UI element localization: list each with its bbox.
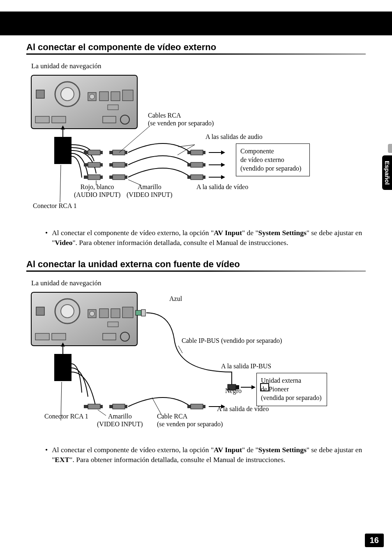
- header-black-banner: [0, 12, 392, 35]
- svg-rect-14: [54, 137, 71, 164]
- svg-rect-82: [113, 404, 125, 409]
- svg-rect-59: [35, 333, 49, 340]
- svg-rect-36: [203, 151, 205, 154]
- svg-rect-39: [187, 163, 191, 166]
- svg-point-9: [90, 94, 95, 99]
- svg-rect-79: [88, 404, 100, 409]
- svg-marker-43: [221, 163, 225, 167]
- label-rca-connector-2: Conector RCA 1: [44, 412, 88, 420]
- svg-rect-10: [99, 92, 108, 101]
- svg-rect-35: [191, 150, 203, 155]
- section2-note: • Al conectar el componente de vídeo ext…: [45, 445, 366, 465]
- svg-rect-21: [84, 163, 88, 166]
- svg-rect-17: [100, 151, 103, 154]
- section2-heading: Al conectar la unidad externa con fuente…: [26, 259, 366, 272]
- svg-marker-38: [221, 150, 225, 155]
- language-side-tab: Español: [382, 155, 392, 190]
- svg-line-52: [60, 165, 61, 202]
- svg-rect-40: [191, 162, 203, 167]
- svg-rect-76: [54, 354, 71, 381]
- svg-rect-58: [36, 307, 44, 315]
- svg-rect-13: [108, 105, 118, 110]
- label-yellow-2: Amarillo (VIDEO INPUT): [97, 412, 143, 428]
- svg-rect-69: [136, 310, 141, 315]
- label-yellow-1: Amarillo (VIDEO INPUT): [127, 183, 173, 199]
- svg-line-49: [119, 126, 150, 153]
- svg-rect-81: [109, 405, 113, 408]
- label-ipbus-cable: Cable IP-BUS (vendido por separado): [182, 337, 282, 344]
- svg-rect-31: [109, 176, 113, 179]
- svg-rect-29: [113, 162, 125, 167]
- nav-unit-label-2: La unidad de navegación: [31, 279, 366, 287]
- label-video-output-1: A la salida de vídeo: [196, 183, 248, 191]
- svg-rect-44: [187, 176, 191, 179]
- svg-rect-28: [109, 163, 113, 166]
- svg-rect-16: [88, 150, 100, 155]
- label-rca-connector-1: Conector RCA 1: [33, 202, 77, 210]
- label-rca-cable-2: Cable RCA (se venden por separado): [157, 412, 223, 428]
- svg-point-64: [90, 311, 95, 316]
- svg-rect-11: [111, 92, 120, 101]
- svg-rect-32: [113, 175, 125, 180]
- svg-rect-6: [103, 116, 116, 123]
- svg-line-50: [178, 145, 195, 147]
- label-ipbus-output: A la salida IP-BUS: [221, 362, 271, 370]
- svg-rect-67: [122, 307, 133, 318]
- svg-rect-78: [84, 405, 88, 408]
- label-video-output-2: A la salida de vídeo: [217, 405, 269, 413]
- svg-rect-23: [100, 176, 103, 179]
- label-black: Negro: [225, 387, 242, 395]
- svg-line-89: [178, 346, 182, 353]
- svg-rect-70: [141, 310, 145, 316]
- svg-rect-30: [125, 163, 127, 166]
- label-blue: Azul: [169, 295, 182, 303]
- svg-rect-85: [191, 404, 203, 409]
- svg-rect-26: [113, 150, 125, 155]
- svg-rect-24: [84, 176, 88, 179]
- svg-rect-19: [88, 162, 100, 167]
- svg-rect-5: [52, 116, 66, 123]
- svg-rect-3: [36, 90, 44, 98]
- svg-point-57: [61, 305, 74, 318]
- svg-rect-68: [108, 322, 118, 327]
- svg-rect-80: [100, 405, 103, 408]
- label-audio-outputs: A las salidas de audio: [205, 133, 263, 141]
- svg-rect-46: [203, 176, 205, 179]
- svg-point-2: [61, 88, 74, 101]
- section1-note: • Al conectar el componente de vídeo ext…: [45, 228, 366, 247]
- svg-rect-20: [100, 163, 103, 166]
- label-red-white: Rojo, blanco (AUDIO INPUT): [74, 183, 120, 199]
- svg-rect-22: [88, 175, 100, 180]
- component-box: Componente de vídeo externo (vendido por…: [236, 143, 310, 176]
- page-number: 16: [365, 534, 384, 547]
- diagram-1: La unidad de navegación: [26, 62, 366, 218]
- nav-unit-label-1: La unidad de navegación: [31, 62, 366, 70]
- external-unit-box: Unidad externa de Pioneer (vendida por s…: [256, 373, 327, 406]
- svg-rect-18: [84, 151, 88, 154]
- svg-rect-60: [52, 333, 66, 340]
- svg-rect-12: [122, 90, 133, 101]
- label-rca-cables: Cables RCA (se venden por separado): [148, 111, 214, 127]
- diagram-2: La unidad de navegación: [26, 279, 366, 435]
- svg-rect-27: [125, 151, 127, 154]
- svg-rect-25: [109, 151, 113, 154]
- svg-rect-4: [35, 116, 49, 123]
- svg-rect-34: [187, 151, 191, 154]
- svg-marker-74: [251, 385, 256, 389]
- svg-rect-84: [187, 405, 191, 408]
- svg-rect-86: [203, 405, 205, 408]
- svg-rect-45: [191, 175, 203, 180]
- svg-rect-65: [99, 309, 108, 318]
- svg-rect-33: [125, 176, 127, 179]
- svg-rect-61: [103, 333, 116, 340]
- section1-heading: Al conectar el componente de vídeo exter…: [26, 42, 366, 55]
- svg-marker-48: [221, 175, 225, 179]
- svg-rect-83: [125, 405, 127, 408]
- svg-rect-41: [203, 163, 205, 166]
- svg-rect-66: [111, 309, 120, 318]
- side-tab-ghost: [388, 144, 392, 153]
